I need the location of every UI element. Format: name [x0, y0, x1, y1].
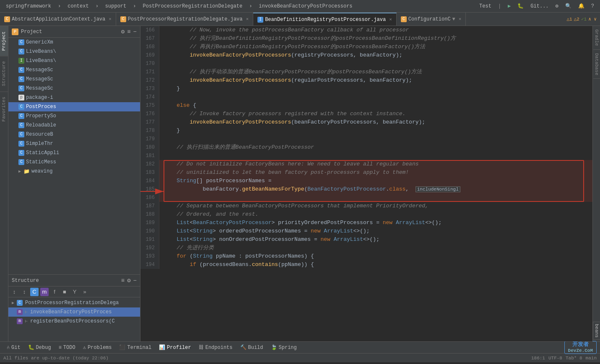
- bottom-btn-git[interactable]: ⑃ Git: [3, 343, 24, 352]
- struct-item-class[interactable]: ▶ C PostProcessorRegistrationDelega: [8, 298, 140, 307]
- tree-item-staticmess[interactable]: C StaticMess: [8, 157, 140, 167]
- line-num-175: 175: [140, 101, 159, 110]
- todo-icon: ≡: [59, 345, 62, 351]
- bottom-btn-terminal[interactable]: ⬛ Terminal: [116, 343, 155, 352]
- bottom-btn-spring[interactable]: 🍃 Spring: [268, 343, 300, 352]
- tab-close-postprocessordelegate[interactable]: ×: [246, 17, 249, 22]
- right-panel-gradle[interactable]: Gradle: [593, 26, 600, 50]
- nav-settings[interactable]: ⚙: [553, 3, 561, 9]
- struct-icon-registerbeanpost: m: [17, 318, 23, 324]
- nav-arrows[interactable]: ∧ ∨: [588, 16, 597, 22]
- bottom-btn-build[interactable]: 🔨 Build: [237, 343, 267, 352]
- tree-item-reloadable[interactable]: C Reloadable: [8, 121, 140, 130]
- tree-item-messagesc3[interactable]: C MessageSc: [8, 84, 140, 93]
- nav-git[interactable]: Git...: [528, 3, 551, 9]
- structure-settings-icon[interactable]: ⚙: [127, 277, 130, 284]
- line-num-189: 189: [140, 219, 159, 227]
- bottom-btn-endpoints[interactable]: ⛓ Endpoints: [195, 343, 236, 352]
- line-num-182: 182: [140, 160, 159, 168]
- code-line-183: 183 // uninitialized to let the bean fac…: [140, 168, 592, 177]
- tab-beandefinitionregistrypostprocessor[interactable]: I BeanDefinitionRegistryPostProcessor.ja…: [253, 13, 397, 26]
- struct-filter-m-btn[interactable]: m: [40, 288, 49, 296]
- tree-item-propertyso[interactable]: C PropertySo: [8, 111, 140, 121]
- nav-notifications[interactable]: 🔔: [576, 3, 587, 9]
- right-panel-database[interactable]: Database: [593, 50, 600, 79]
- beans-badge[interactable]: beans: [593, 322, 600, 340]
- tab-postprocessorregistrationdelegate[interactable]: C PostProcessorRegistrationDelegate.java…: [116, 13, 253, 26]
- tree-item-messagesc1[interactable]: C MessageSc: [8, 65, 140, 75]
- tab-close-configurationc[interactable]: ×: [459, 17, 462, 22]
- struct-filter-c-btn[interactable]: C: [30, 288, 39, 296]
- struct-item-registerbeanpost[interactable]: m ⊢ registerBeanPostProcessors(C: [8, 317, 140, 326]
- file-icon-reloadable: C: [18, 122, 24, 128]
- tab-configurationc[interactable]: C ConfigurationC ▼ ×: [397, 13, 466, 26]
- tab-close-beandefinition[interactable]: ×: [389, 17, 392, 22]
- nav-context[interactable]: context: [65, 3, 91, 9]
- sidebar-tab-favorites[interactable]: Favorites: [0, 91, 8, 126]
- nav-postprocessor[interactable]: PostProcessorRegistrationDelegate: [140, 3, 245, 9]
- file-icon-propertyso: C: [18, 113, 24, 119]
- struct-filter-more-btn[interactable]: Y: [70, 288, 79, 296]
- tree-item-genericxm[interactable]: C GenericXm: [8, 38, 140, 47]
- tab-abstractapplicationcontext[interactable]: C AbstractApplicationContext.java ×: [0, 13, 116, 26]
- struct-filter-field-btn[interactable]: ■: [60, 288, 69, 296]
- struct-sort-alpha-btn[interactable]: ↕: [10, 288, 18, 296]
- bottom-btn-todo[interactable]: ≡ TODO: [55, 343, 79, 352]
- struct-label-registerbeanpost: registerBeanPostProcessors(C: [30, 318, 115, 324]
- tree-item-staticappli[interactable]: C StaticAppli: [8, 148, 140, 157]
- tree-item-resourceb[interactable]: C ResourceB: [8, 130, 140, 139]
- tree-item-livebeans1[interactable]: C LiveBeans\: [8, 47, 140, 56]
- file-icon-messagesc2: C: [18, 76, 24, 82]
- code-area[interactable]: 166 // Now, invoke the postProcessBeanFa…: [140, 26, 592, 341]
- nav-invokebeanfactory[interactable]: invokeBeanFactoryPostProcessors: [256, 3, 355, 9]
- structure-toolbar: ↕ ↕ C m f ■ Y »: [8, 287, 140, 297]
- bottom-btn-profiler[interactable]: 📊 Profiler: [156, 343, 195, 352]
- nav-help[interactable]: ?: [589, 3, 597, 9]
- project-settings-icon[interactable]: ⚙: [121, 28, 125, 35]
- watermark-line2: DevZe.CoM: [568, 348, 593, 354]
- file-icon-genericxm: C: [18, 39, 24, 45]
- struct-item-invokebeanfactory[interactable]: m ⊢ invokeBeanFactoryPostProces: [8, 307, 140, 317]
- tree-item-messagesc2[interactable]: C MessageSc: [8, 75, 140, 84]
- sidebar-tab-structure[interactable]: Structure: [0, 56, 8, 91]
- bottom-btn-problems[interactable]: ⚠ Problems: [80, 343, 115, 352]
- line-num-190: 190: [140, 227, 159, 235]
- tree-item-livebeans2[interactable]: I LiveBeans\: [8, 56, 140, 65]
- bottom-btn-debug[interactable]: 🐛 Debug: [25, 343, 55, 352]
- code-line-181: 181: [140, 152, 592, 160]
- project-panel-title: Project: [21, 29, 119, 35]
- tree-item-simplethr[interactable]: C SimpleThr: [8, 139, 140, 148]
- tree-item-postproces[interactable]: C PostProces: [8, 102, 140, 111]
- file-icon-livebeans1: C: [18, 49, 24, 54]
- profiler-icon: 📊: [159, 344, 165, 351]
- project-icon: P: [12, 28, 18, 35]
- file-icon-resourceb: C: [18, 132, 24, 137]
- nav-support[interactable]: support: [103, 3, 129, 9]
- struct-expand-btn[interactable]: »: [81, 288, 89, 296]
- nav-springframework[interactable]: springframework: [3, 3, 54, 9]
- spring-icon: 🍃: [271, 344, 277, 351]
- structure-collapse-icon[interactable]: −: [133, 277, 137, 284]
- status-encoding: UTF-8: [548, 356, 562, 361]
- struct-filter-f-btn[interactable]: f: [50, 288, 59, 296]
- tree-item-weaving[interactable]: ▶ 📁 weaving: [8, 167, 140, 176]
- tab-dropdown[interactable]: ▼: [452, 16, 455, 22]
- nav-debug[interactable]: 🐛: [515, 3, 526, 9]
- tree-item-packageinfo[interactable]: p package-i: [8, 93, 140, 102]
- tab-close-abstractapplication[interactable]: ×: [109, 17, 112, 22]
- folder-label-weaving: weaving: [31, 168, 52, 174]
- file-label-packageinfo: package-i: [26, 95, 53, 101]
- structure-sort-icon[interactable]: ≡: [121, 277, 125, 284]
- nav-search[interactable]: 🔍: [563, 3, 574, 9]
- sidebar-tab-project[interactable]: Project: [0, 26, 8, 56]
- code-line-191: 191 List<String> nonOrderedPostProcessor…: [140, 235, 592, 244]
- nav-test[interactable]: Test: [477, 3, 494, 9]
- project-collapse-icon[interactable]: −: [133, 28, 137, 35]
- watermark-line1: 开发者: [568, 341, 593, 348]
- project-sort-icon[interactable]: ≡: [127, 28, 130, 35]
- file-label-messagesc1: MessageSc: [26, 67, 53, 73]
- struct-sort-type-btn[interactable]: ↕: [20, 288, 29, 296]
- code-line-182: 182 // Do not initialize FactoryBeans he…: [140, 160, 592, 168]
- nav-run[interactable]: ▶: [505, 3, 513, 9]
- struct-indent-line2: ⊢: [25, 319, 29, 324]
